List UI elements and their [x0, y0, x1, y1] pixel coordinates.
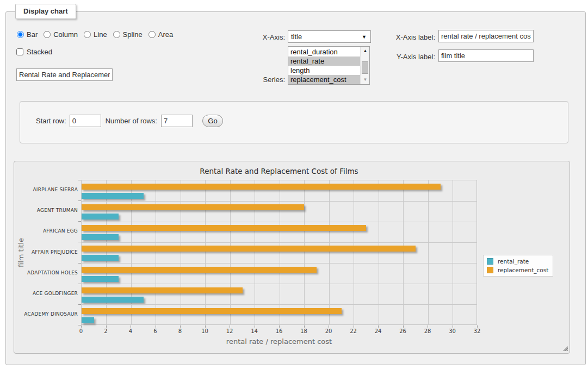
bar-rental_rate [82, 297, 144, 303]
number-of-rows-input[interactable] [161, 115, 193, 127]
x-axis-tick-label: 24 [370, 328, 386, 334]
fieldset-title: Display chart [15, 4, 76, 19]
gridline-vertical [428, 180, 429, 324]
stacked-checkbox-row: Stacked [16, 48, 52, 56]
y-axis-tick [78, 221, 81, 222]
x-axis-tick [378, 325, 379, 328]
bar-replacement_cost [82, 308, 342, 314]
x-axis-selected-value: title [291, 33, 302, 41]
y-axis-tick [78, 325, 81, 325]
bar-replacement_cost [82, 246, 416, 252]
x-axis-tick-label: 18 [296, 328, 312, 334]
gridline-vertical [106, 180, 107, 324]
gridline-horizontal [82, 201, 476, 202]
number-of-rows-label: Number of rows: [106, 117, 157, 125]
category-label: ACE GOLDFINGER [14, 291, 78, 296]
series-select-label: Series: [231, 76, 285, 84]
go-button[interactable]: Go [202, 115, 223, 127]
x-axis-select[interactable]: title ▼ [288, 30, 371, 43]
x-axis-tick [279, 325, 280, 328]
y-axis-label-input[interactable] [438, 49, 534, 62]
scrollbar-thumb[interactable] [362, 61, 368, 74]
x-axis-tick-label: 22 [346, 328, 361, 334]
x-axis-tick [180, 325, 181, 328]
x-axis-tick [329, 325, 329, 328]
bar-rental_rate [82, 317, 94, 323]
x-axis-label-input[interactable] [438, 30, 534, 42]
x-axis-tick [131, 325, 131, 328]
gridline-horizontal [82, 304, 476, 305]
x-axis-tick-label: 2 [98, 328, 114, 334]
bar-replacement_cost [82, 225, 366, 231]
start-row-label: Start row: [36, 117, 66, 125]
chart-type-radio-area[interactable] [148, 31, 156, 38]
series-option-rental_rate[interactable]: rental_rate [288, 57, 360, 66]
gridline-vertical [255, 180, 255, 324]
x-axis-tick-label: 10 [197, 328, 213, 334]
x-axis-tick [156, 325, 156, 328]
chart-title-input[interactable] [16, 68, 113, 81]
series-scrollbar[interactable]: ▲ ▼ [360, 47, 369, 84]
page: Display chart BarColumnLineSplineArea St… [0, 0, 588, 370]
bar-rental_rate [82, 214, 119, 220]
chart-type-radio-group: BarColumnLineSplineArea [17, 30, 173, 39]
chart-type-option-line: Line [84, 30, 107, 39]
series-option-replacement_cost[interactable]: replacement_cost [288, 75, 360, 84]
x-axis-tick [304, 325, 305, 328]
y-axis-tick [78, 263, 81, 264]
bar-rental_rate [82, 234, 119, 240]
series-option-length[interactable]: length [288, 66, 360, 75]
gridline-vertical [354, 180, 354, 324]
gridline-vertical [379, 180, 379, 324]
chart-type-radio-line[interactable] [84, 31, 91, 38]
x-axis-label-label: X-Axis label: [381, 33, 435, 41]
scroll-down-icon[interactable]: ▼ [361, 76, 370, 84]
chart-type-radio-label: Bar [27, 30, 38, 39]
x-axis-tick [403, 325, 404, 328]
legend-label: replacement_cost [498, 267, 548, 273]
x-axis-tick-label: 26 [395, 328, 411, 334]
x-axis-tick-label: 8 [172, 328, 188, 334]
x-axis-tick [255, 325, 255, 328]
chart-type-radio-label: Line [94, 30, 107, 39]
series-multiselect[interactable]: rental_durationrental_ratelengthreplacem… [288, 46, 370, 85]
chart-type-option-area: Area [148, 30, 173, 39]
gridline-vertical [181, 180, 181, 324]
chart-type-option-bar: Bar [17, 30, 38, 39]
chart-type-radio-bar[interactable] [17, 31, 24, 38]
gridline-vertical [230, 180, 231, 324]
category-label: AFFAIR PREJUDICE [14, 249, 78, 255]
x-axis-tick-label: 32 [469, 328, 485, 334]
gridline-horizontal [82, 242, 476, 243]
chart-type-option-column: Column [44, 30, 78, 39]
chart-type-radio-label: Area [158, 30, 173, 39]
x-axis-tick [106, 325, 107, 328]
start-row-input[interactable] [70, 115, 101, 127]
y-axis-label-label: Y-Axis label: [381, 53, 435, 61]
stacked-checkbox[interactable] [16, 48, 23, 55]
gridline-horizontal [82, 222, 476, 222]
category-label: ADAPTATION HOLES [14, 270, 78, 275]
gridline-vertical [403, 180, 404, 324]
x-axis-tick [354, 325, 354, 328]
chart-panel: Rental Rate and Replacement Cost of Film… [14, 161, 570, 354]
x-axis-tick [453, 325, 453, 328]
y-axis-tick [78, 304, 81, 305]
chart-type-radio-column[interactable] [44, 31, 51, 38]
x-axis-select-label: X-Axis: [231, 33, 285, 41]
y-axis-tick [78, 242, 81, 242]
gridline-vertical [304, 180, 305, 324]
x-axis-tick [205, 325, 206, 328]
bar-rental_rate [82, 276, 119, 282]
scroll-up-icon[interactable]: ▲ [361, 47, 370, 55]
series-option-rental_duration[interactable]: rental_duration [288, 47, 360, 57]
x-axis-tick-label: 12 [222, 328, 237, 334]
chart-type-radio-spline[interactable] [113, 31, 120, 38]
bar-rental_rate [82, 193, 144, 199]
x-axis-tick-label: 4 [123, 328, 138, 334]
gridline-horizontal [82, 284, 476, 284]
gridline-vertical [453, 180, 453, 324]
gridline-vertical [329, 180, 330, 324]
legend-label: rental_rate [498, 258, 529, 265]
resize-handle-icon[interactable] [562, 346, 568, 351]
